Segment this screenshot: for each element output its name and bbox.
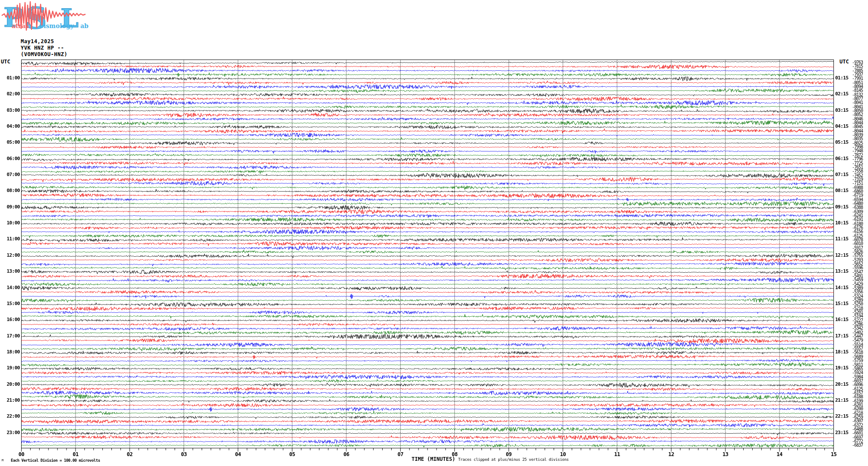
hour-label-05:00: 05:00 (0, 139, 20, 145)
hour-label-19:00: 19:00 (0, 365, 20, 371)
x-tick-label-13: 13 (719, 451, 732, 457)
trace-value: -5755 (852, 254, 863, 258)
x-tick-label-10: 10 (556, 451, 570, 457)
trace-value: -6188 (852, 395, 863, 399)
right-label-21:15: 21:15 (835, 397, 849, 403)
hour-label-23:00: 23:00 (0, 430, 20, 435)
hour-label-01:00: 01:00 (0, 75, 20, 81)
right-label-02:15: 02:15 (835, 91, 849, 97)
right-label-16:15: 16:15 (835, 317, 849, 322)
clip-note: Traces clipped at plus/minus 25 vertical… (458, 457, 569, 462)
hour-label-11:00: 11:00 (0, 236, 20, 242)
right-label-07:15: 07:15 (835, 172, 849, 177)
trace-value: -6156 (852, 230, 863, 233)
x-tick-label-14: 14 (773, 451, 786, 457)
right-label-05:15: 05:15 (835, 139, 849, 145)
hour-label-18:00: 18:00 (0, 349, 20, 355)
right-label-22:15: 22:15 (835, 413, 849, 419)
hour-label-12:00: 12:00 (0, 252, 20, 258)
hour-label-20:00: 20:00 (0, 381, 20, 387)
hour-label-15:00: 15:00 (0, 301, 20, 306)
right-label-15:15: 15:15 (835, 301, 849, 306)
x-tick-label-15: 15 (827, 451, 841, 457)
x-tick-label-05: 05 (285, 451, 299, 457)
x-axis-title: TIME (MINUTES) (412, 456, 455, 462)
x-tick-label-01: 01 (69, 451, 82, 457)
hour-label-03:00: 03:00 (0, 107, 20, 113)
trace-value: -7991 (852, 76, 863, 80)
x-tick-label-03: 03 (177, 451, 191, 457)
trace-value: -6601 (852, 431, 863, 435)
trace-value: -6719 (852, 193, 863, 197)
hour-label-17:00: 17:00 (0, 333, 20, 339)
trace-value: -6388 (852, 205, 863, 209)
right-label-12:15: 12:15 (835, 252, 849, 258)
right-label-20:15: 20:15 (835, 381, 849, 387)
x-tick-label-00: 00 (15, 451, 29, 457)
hour-label-08:00: 08:00 (0, 188, 20, 193)
hour-label-13:00: 13:00 (0, 268, 20, 274)
right-label-10:15: 10:15 (835, 220, 849, 226)
right-label-14:15: 14:15 (835, 285, 849, 290)
trace-value: -6191 (852, 217, 863, 221)
helicorder-page: P S L atras eismology ab May14,2025 YVK … (0, 0, 868, 466)
right-label-11:15: 11:15 (835, 236, 849, 242)
x-tick-label-09: 09 (502, 451, 516, 457)
right-label-04:15: 04:15 (835, 123, 849, 129)
right-label-09:15: 09:15 (835, 204, 849, 210)
trace-value: -6837 (852, 443, 863, 447)
x-tick-label-12: 12 (664, 451, 678, 457)
x-tick-label-02: 02 (123, 451, 136, 457)
x-tick-label-11: 11 (610, 451, 624, 457)
seismogram-canvas (0, 0, 868, 466)
scale-caption: Each Vertical Division = 100.00 microvol… (11, 458, 100, 463)
trace-value: -6010 (852, 242, 863, 246)
hour-label-10:00: 10:00 (0, 220, 20, 226)
trace-value: -5759 (852, 359, 863, 362)
trace-value: -5459 (852, 278, 863, 282)
x-tick-label-06: 06 (339, 451, 353, 457)
trace-value: -6200 (852, 407, 863, 411)
right-label-17:15: 17:15 (835, 333, 849, 339)
hour-label-04:00: 04:00 (0, 123, 20, 129)
right-label-03:15: 03:15 (835, 107, 849, 113)
corner-mark: M (2, 459, 3, 462)
trace-value: -7796 (852, 157, 863, 161)
right-label-13:15: 13:15 (835, 268, 849, 274)
trace-value: -5596 (852, 266, 863, 270)
right-label-23:15: 23:15 (835, 430, 849, 435)
trace-value: -7558 (852, 169, 863, 173)
x-tick-label-04: 04 (231, 451, 245, 457)
hour-label-22:00: 22:00 (0, 413, 20, 419)
hour-label-07:00: 07:00 (0, 172, 20, 177)
trace-value: -7815 (852, 64, 863, 68)
right-label-06:15: 06:15 (835, 156, 849, 161)
hour-label-06:00: 06:00 (0, 156, 20, 161)
hour-label-16:00: 16:00 (0, 317, 20, 322)
hour-label-21:00: 21:00 (0, 397, 20, 403)
trace-value: -7151 (852, 181, 863, 185)
right-label-01:15: 01:15 (835, 75, 849, 81)
right-label-19:15: 19:15 (835, 365, 849, 371)
trace-value: -6096 (852, 383, 863, 387)
hour-label-02:00: 02:00 (0, 91, 20, 97)
x-tick-label-07: 07 (393, 451, 407, 457)
trace-value: -5924 (852, 371, 863, 375)
hour-label-09:00: 09:00 (0, 204, 20, 210)
hour-label-14:00: 14:00 (0, 285, 20, 290)
right-label-08:15: 08:15 (835, 188, 849, 193)
trace-value: -6307 (852, 419, 863, 423)
right-label-18:15: 18:15 (835, 349, 849, 355)
